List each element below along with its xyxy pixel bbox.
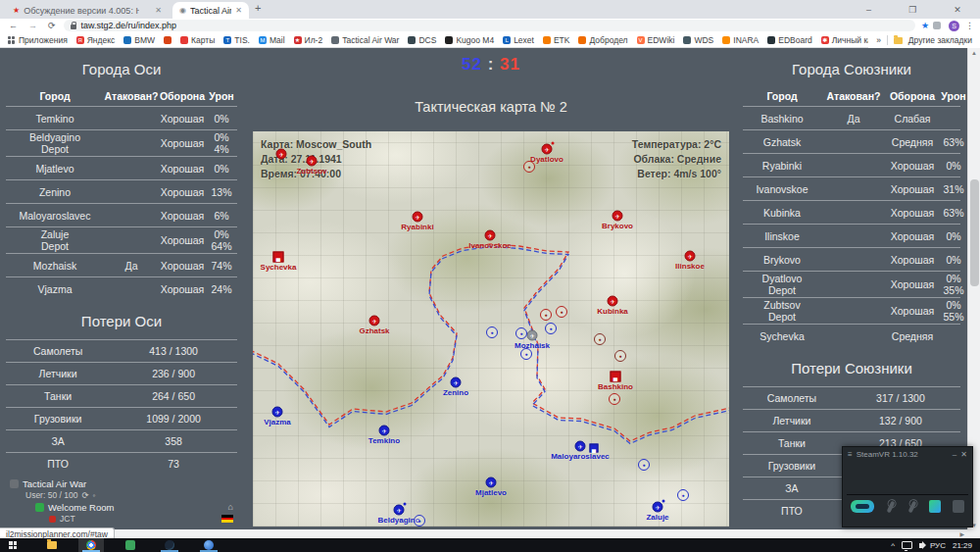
forward-icon[interactable]: → <box>28 21 37 30</box>
taskbar-app-globe[interactable] <box>196 538 221 552</box>
bookmark-item[interactable]: ★Ил-2 <box>294 35 323 45</box>
bookmark-item[interactable]: Kugoo M4 <box>445 35 494 45</box>
other-bookmarks-button[interactable]: Другие закладки <box>908 35 972 45</box>
address-bar[interactable]: taw.stg2.de/ru/index.php <box>64 20 915 31</box>
language-indicator[interactable]: РУС <box>930 541 946 550</box>
bookmark-item[interactable]: DCS <box>408 35 436 45</box>
hamburger-menu-icon[interactable]: ≡ <box>848 450 853 459</box>
back-icon[interactable]: ← <box>9 21 18 30</box>
map-marker[interactable]: ● <box>556 306 567 318</box>
map-marker[interactable]: ● <box>677 489 689 501</box>
apps-shortcut[interactable]: Приложения <box>8 35 68 45</box>
minimize-button[interactable]: – <box>866 5 871 15</box>
map-marker-kubinka[interactable]: ✈ <box>608 296 618 307</box>
scroll-right-icon[interactable]: ▶ <box>959 530 964 537</box>
taskbar-file-explorer[interactable] <box>39 538 65 552</box>
taskbar-app-green[interactable] <box>118 538 143 552</box>
map-marker-ilinskoe[interactable]: ✈ <box>685 251 696 262</box>
map-marker[interactable]: ✈ <box>276 149 287 160</box>
map-marker-brykovo[interactable]: ✈ <box>612 211 623 222</box>
tab-close-icon[interactable]: ✕ <box>235 6 242 15</box>
headset-icon[interactable] <box>851 500 874 513</box>
teamspeak-channel-row[interactable]: Welcome Room ⌂ <box>10 501 237 513</box>
bookmark-item[interactable]: Карты <box>180 35 215 45</box>
map-marker-beldyagino[interactable]: ✈ <box>394 505 405 516</box>
map-marker-ryabinki[interactable]: ✈ <box>413 212 423 223</box>
volume-icon[interactable] <box>919 543 923 548</box>
map-marker-zubtsov[interactable]: ✈ <box>307 156 318 167</box>
taskbar-chrome[interactable] <box>78 538 104 552</box>
network-icon[interactable] <box>902 541 912 549</box>
tray-chevron-icon[interactable]: ^ <box>891 541 895 550</box>
map-marker-zenino[interactable]: ✈ <box>451 377 462 388</box>
map-marker[interactable]: ● <box>594 333 606 345</box>
map-marker-gzhatsk[interactable]: ✈ <box>369 316 380 326</box>
map-marker-mjatlevo[interactable]: ✈ <box>486 477 497 488</box>
bookmark-item[interactable]: LLexet <box>503 35 534 45</box>
extension-icon[interactable] <box>933 22 941 29</box>
map-marker[interactable]: ● <box>638 459 650 471</box>
steamvr-minimize-button[interactable]: – <box>953 450 956 459</box>
map-marker-sychevka[interactable]: ▄ <box>273 252 284 263</box>
bookmark-item[interactable]: Tactical Air War <box>331 35 399 45</box>
refresh-icon[interactable]: ⟳ <box>81 490 88 500</box>
maximize-button[interactable]: ❐ <box>908 5 916 15</box>
map-marker[interactable]: ● <box>614 350 626 362</box>
url-text[interactable]: taw.stg2.de/ru/index.php <box>81 21 177 30</box>
taskbar-steam[interactable] <box>157 538 182 552</box>
map-marker-dyatlovo[interactable]: ✈ <box>542 144 553 155</box>
base-station-inactive-icon[interactable] <box>953 500 964 513</box>
teamspeak-member-row[interactable]: JCT <box>10 513 237 525</box>
bookmark-item[interactable]: EDBoard <box>767 35 812 45</box>
bookmark-item[interactable]: ETK <box>543 35 570 45</box>
tactical-map[interactable]: Карта: Moscow_South Дата: 27.11.1941 Вре… <box>253 131 729 527</box>
tab-close-icon[interactable]: ✕ <box>155 6 162 15</box>
controller-left-icon[interactable] <box>887 500 896 513</box>
map-marker[interactable]: ● <box>486 326 498 338</box>
steamvr-window[interactable]: ≡ SteamVR 1.10.32 – ✕ <box>842 446 973 527</box>
profile-avatar[interactable]: S <box>949 21 959 31</box>
start-button[interactable] <box>0 538 25 552</box>
map-marker[interactable]: ● <box>414 515 425 527</box>
map-marker-maloyaroslavec[interactable]: ✈ <box>575 441 586 452</box>
tab-forum[interactable]: ★ Обсуждение версии 4.005: Нов... ✕ <box>6 2 169 19</box>
bookmark-item[interactable]: Добродел <box>578 35 627 45</box>
bookmark-star-icon[interactable]: ★ <box>921 21 929 30</box>
bookmark-item[interactable]: INARA <box>722 35 759 45</box>
scroll-up-icon[interactable]: ▲ <box>968 50 980 56</box>
map-marker-temkino[interactable]: ✈ <box>379 426 390 436</box>
new-tab-button[interactable]: + <box>255 2 261 14</box>
bookmark-item[interactable]: BMW <box>123 35 155 45</box>
tab-tactical-air-war[interactable]: ◉ Tactical Air War ✕ <box>172 2 249 19</box>
map-marker[interactable]: ● <box>540 309 552 321</box>
menu-dots-icon[interactable]: ⋮ <box>965 21 974 30</box>
map-marker-zaluje[interactable]: ✈ <box>653 502 663 513</box>
bookmarks-overflow-button[interactable]: » <box>876 35 881 45</box>
bookmark-item[interactable]: VEDWiki <box>637 35 675 45</box>
steamvr-close-button[interactable]: ✕ <box>960 450 967 459</box>
city-name: Kubinka <box>743 207 821 219</box>
horizontal-scrollbar[interactable]: ◀ ▶ <box>0 529 980 538</box>
bookmark-item[interactable]: WDS <box>683 35 713 45</box>
map-marker[interactable]: ● <box>520 348 532 360</box>
map-marker[interactable]: ● <box>523 161 535 173</box>
bookmark-item[interactable]: ЯЯндекс <box>76 35 116 45</box>
clock[interactable]: 21:29 <box>953 541 972 550</box>
bookmark-item[interactable]: MMail <box>259 35 285 45</box>
map-marker-vjazma[interactable]: ✈ <box>272 407 283 418</box>
close-button[interactable]: ✕ <box>954 5 961 15</box>
bookmark-item[interactable] <box>164 36 172 44</box>
teamspeak-server-row[interactable]: Tactical Air War <box>10 477 237 489</box>
map-marker[interactable]: ● <box>545 323 557 334</box>
map-marker[interactable]: ● <box>609 393 620 405</box>
controller-right-icon[interactable] <box>908 500 917 513</box>
base-station-active-icon[interactable] <box>929 500 941 513</box>
reload-icon[interactable]: ⟳ <box>48 21 56 30</box>
map-marker-bashkino[interactable]: ▄ <box>611 372 621 382</box>
scrollbar-thumb[interactable] <box>970 179 979 286</box>
bookmark-favicon: ★ <box>294 36 302 44</box>
map-marker-mozhaisk[interactable]: ✈ <box>527 330 538 341</box>
bookmark-item[interactable]: TTIS. <box>223 35 250 45</box>
map-marker-ivanovskoe[interactable]: ✈ <box>485 230 496 241</box>
map-marker[interactable]: ● <box>515 327 527 339</box>
